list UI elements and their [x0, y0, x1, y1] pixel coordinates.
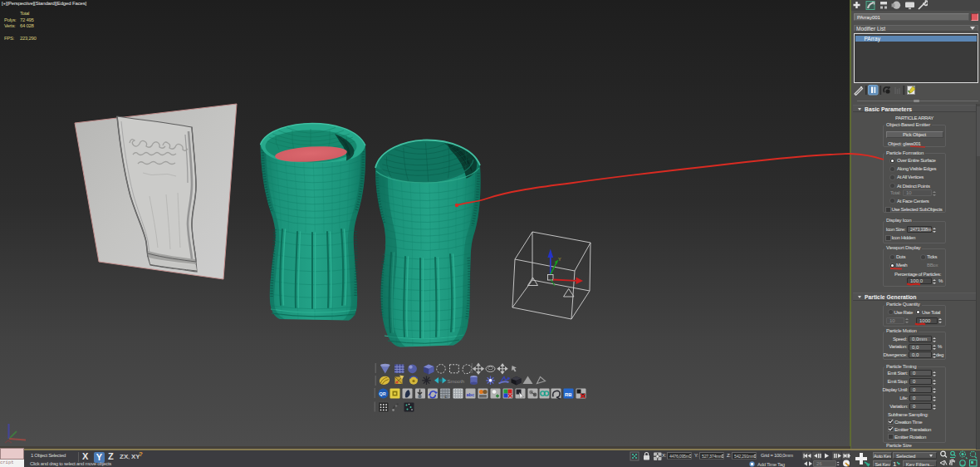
- svg-text:Smooth: Smooth: [448, 379, 465, 384]
- svg-text:1: 1: [893, 460, 897, 467]
- svg-text:QR: QR: [380, 391, 386, 396]
- svg-text:abc: abc: [467, 392, 474, 397]
- svg-text:Y: Y: [558, 257, 561, 262]
- svg-text:RB: RB: [565, 392, 572, 397]
